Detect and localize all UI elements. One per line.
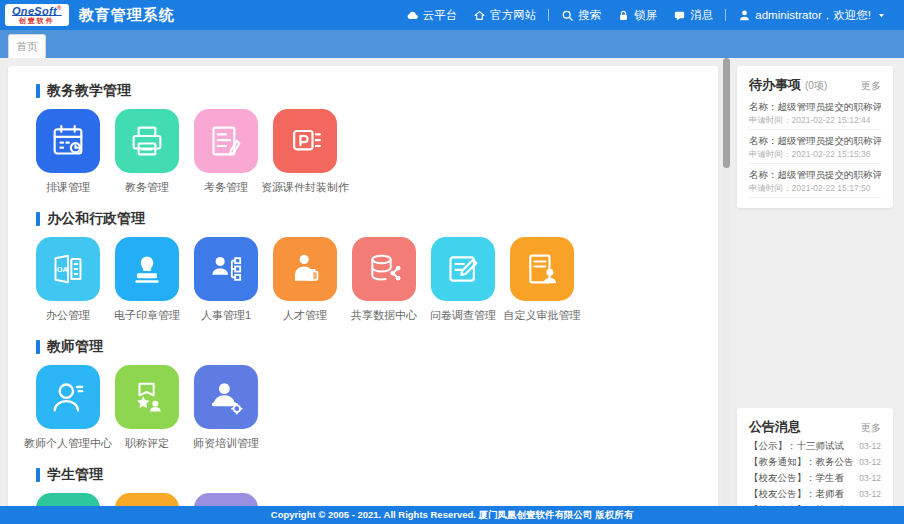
- todo-item-name: 名称：超级管理员提交的职称评定申请: [749, 101, 881, 113]
- calendar-icon: [36, 109, 100, 173]
- message-icon: [673, 9, 686, 22]
- nav-item-home[interactable]: 官方网站: [465, 0, 544, 30]
- app-tile-label: 考务管理: [204, 181, 248, 194]
- exam-icon: [206, 121, 246, 161]
- app-tile-person[interactable]: 教师个人管理中心: [36, 365, 100, 450]
- nav-item-label: administrator，欢迎您!: [755, 8, 871, 23]
- app-tile-approval[interactable]: 自定义审批管理: [510, 237, 574, 322]
- notice-item[interactable]: 【校友公告】：学生看03-12: [749, 470, 881, 486]
- talent-icon: [273, 237, 337, 301]
- logo-text-cn: 创壹软件: [19, 17, 55, 24]
- notice-item-date: 03-12: [855, 457, 881, 467]
- todo-item[interactable]: 名称：超级管理员提交的职称评定申请申请时间：2021-02-22 15:17:5…: [749, 164, 881, 198]
- nav-item-message[interactable]: 消息: [665, 0, 721, 30]
- oa-icon: [36, 237, 100, 301]
- notice-item-date: 03-12: [855, 473, 881, 483]
- top-header: OneSoft® 创壹软件 教育管理系统 云平台官方网站搜索锁屏消息admini…: [0, 0, 904, 30]
- nav-item-label: 搜索: [578, 8, 601, 23]
- app-tile-label: 办公管理: [46, 309, 90, 322]
- database-icon: [364, 249, 404, 289]
- ppt-icon: [273, 109, 337, 173]
- notice-item[interactable]: 【教务通知】：教务公告03-12: [749, 454, 881, 470]
- app-tile-stamp[interactable]: 电子印章管理: [115, 237, 179, 322]
- app-section: 教师管理教师个人管理中心职称评定师资培训管理: [36, 338, 690, 450]
- notice-item-label: 【校友公告】：学生看: [749, 472, 844, 485]
- app-tile-calendar[interactable]: 排课管理: [36, 109, 100, 194]
- notice-item[interactable]: 【公示】：十三师试试03-12: [749, 438, 881, 454]
- app-tile-label: 资源课件封装制作: [261, 181, 349, 194]
- survey-icon: [443, 249, 483, 289]
- app-tile-label: 自定义审批管理: [504, 309, 581, 322]
- tile-row: 办公管理电子印章管理人事管理1人才管理共享数据中心问卷调查管理自定义审批管理: [36, 237, 690, 322]
- nav-item-label: 锁屏: [634, 8, 657, 23]
- app-tile-label: 人才管理: [283, 309, 327, 322]
- tab-home[interactable]: 首页: [8, 34, 46, 58]
- notice-item-label: 【教务通知】：教务公告: [749, 456, 854, 469]
- printer-icon: [127, 121, 167, 161]
- app-tile-label: 共享数据中心: [351, 309, 417, 322]
- cloud-icon: [406, 9, 419, 22]
- nav-item-search[interactable]: 搜索: [553, 0, 609, 30]
- main-content-panel: 教务教学管理排课管理教务管理考务管理资源课件封装制作办公和行政管理办公管理电子印…: [8, 66, 718, 524]
- section-title: 教务教学管理: [47, 82, 131, 100]
- section-header: 教师管理: [36, 338, 690, 356]
- nav-item-user[interactable]: administrator，欢迎您!: [730, 0, 894, 30]
- scrollbar-thumb[interactable]: [723, 58, 730, 168]
- app-tile-printer[interactable]: 教务管理: [115, 109, 179, 194]
- header-nav: 云平台官方网站搜索锁屏消息administrator，欢迎您!: [398, 0, 894, 30]
- todo-item-name: 名称：超级管理员提交的职称评定申请: [749, 135, 881, 147]
- notice-item-date: 03-12: [855, 441, 881, 451]
- onesoft-logo[interactable]: OneSoft® 创壹软件: [5, 4, 69, 27]
- todo-count: (0项): [805, 79, 827, 93]
- section-header: 学生管理: [36, 466, 690, 484]
- calendar-icon: [48, 121, 88, 161]
- app-tile-label: 电子印章管理: [114, 309, 180, 322]
- todo-more-link[interactable]: 更多: [861, 79, 881, 93]
- app-tile-label: 人事管理1: [201, 309, 251, 322]
- registered-mark: ®: [57, 5, 62, 11]
- todo-panel: 待办事项 (0项) 更多 名称：超级管理员提交的职称评定申请申请时间：2021-…: [737, 66, 893, 208]
- todo-item-time: 申请时间：2021-02-22 15:17:50: [749, 183, 881, 193]
- todo-item-name: 名称：超级管理员提交的职称评定申请: [749, 169, 881, 181]
- section-accent-bar: [36, 468, 40, 482]
- app-tile-training[interactable]: 师资培训管理: [194, 365, 258, 450]
- lock-icon: [617, 9, 630, 22]
- todo-item[interactable]: 名称：超级管理员提交的职称评定申请申请时间：2021-02-22 15:12:4…: [749, 96, 881, 130]
- app-tile-talent[interactable]: 人才管理: [273, 237, 337, 322]
- todo-item-time: 申请时间：2021-02-22 15:15:36: [749, 149, 881, 159]
- tile-row: 排课管理教务管理考务管理资源课件封装制作: [36, 109, 690, 194]
- app-tile-exam[interactable]: 考务管理: [194, 109, 258, 194]
- notice-item[interactable]: 【校友公告】：老师看03-12: [749, 486, 881, 502]
- notice-item-date: 03-12: [855, 489, 881, 499]
- nav-item-lock[interactable]: 锁屏: [609, 0, 665, 30]
- training-icon: [206, 377, 246, 417]
- tab-strip: 首页: [0, 30, 904, 58]
- app-tile-database[interactable]: 共享数据中心: [352, 237, 416, 322]
- footer-bar: Copyright © 2005 - 2021. All Rights Rese…: [0, 506, 904, 524]
- app-tile-oa[interactable]: 办公管理: [36, 237, 100, 322]
- app-tile-medal[interactable]: 职称评定: [115, 365, 179, 450]
- training-icon: [194, 365, 258, 429]
- app-tile-survey[interactable]: 问卷调查管理: [431, 237, 495, 322]
- org-icon: [206, 249, 246, 289]
- todo-item[interactable]: 名称：超级管理员提交的职称评定申请申请时间：2021-02-22 15:15:3…: [749, 130, 881, 164]
- section-accent-bar: [36, 212, 40, 226]
- copyright-text: Copyright © 2005 - 2021. All Rights Rese…: [271, 509, 633, 522]
- ppt-icon: [285, 121, 325, 161]
- nav-item-label: 官方网站: [490, 8, 536, 23]
- main-scrollbar[interactable]: [722, 58, 730, 506]
- stamp-icon: [115, 237, 179, 301]
- person-icon: [48, 377, 88, 417]
- notice-more-link[interactable]: 更多: [861, 421, 881, 435]
- nav-item-cloud[interactable]: 云平台: [398, 0, 466, 30]
- app-tile-label: 职称评定: [125, 437, 169, 450]
- app-section: 教务教学管理排课管理教务管理考务管理资源课件封装制作: [36, 82, 690, 194]
- app-tile-ppt[interactable]: 资源课件封装制作: [273, 109, 337, 194]
- app-tile-label: 教务管理: [125, 181, 169, 194]
- app-tile-org[interactable]: 人事管理1: [194, 237, 258, 322]
- medal-icon: [127, 377, 167, 417]
- section-title: 学生管理: [47, 466, 103, 484]
- oa-icon: [48, 249, 88, 289]
- todo-item-time: 申请时间：2021-02-22 15:12:44: [749, 115, 881, 125]
- talent-icon: [285, 249, 325, 289]
